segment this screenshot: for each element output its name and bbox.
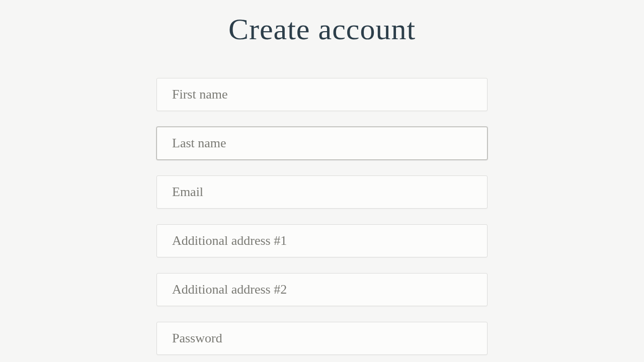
- email-input[interactable]: [156, 175, 488, 209]
- address-1-input[interactable]: [156, 224, 488, 257]
- page-title: Create account: [228, 12, 416, 47]
- create-account-form: [156, 78, 488, 355]
- last-name-input[interactable]: [156, 127, 488, 160]
- create-account-container: Create account: [0, 0, 644, 355]
- password-input[interactable]: [156, 322, 488, 355]
- address-2-input[interactable]: [156, 273, 488, 306]
- first-name-input[interactable]: [156, 78, 488, 111]
